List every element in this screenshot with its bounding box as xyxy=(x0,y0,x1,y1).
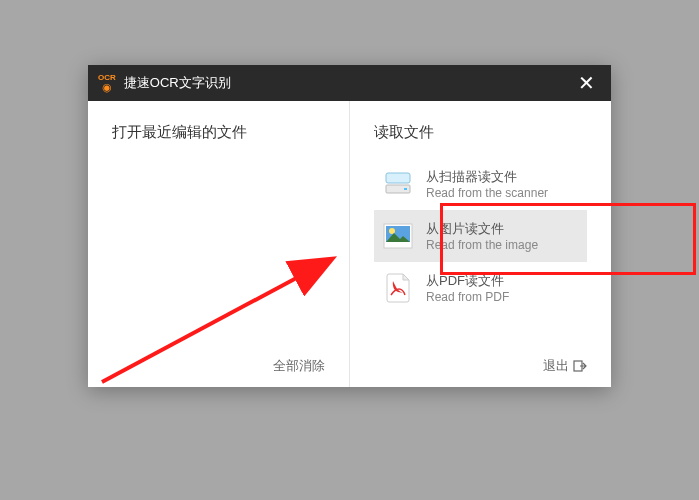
exit-label: 退出 xyxy=(543,357,569,375)
recent-files-panel: 打开最近编辑的文件 全部消除 xyxy=(88,101,350,387)
read-file-heading: 读取文件 xyxy=(374,123,587,142)
close-button[interactable]: ✕ xyxy=(571,71,601,95)
svg-rect-2 xyxy=(404,188,407,190)
clear-all-link[interactable]: 全部消除 xyxy=(112,357,325,375)
titlebar: OCR ◉ 捷速OCR文字识别 ✕ xyxy=(88,65,611,101)
read-scanner-en: Read from the scanner xyxy=(426,186,548,200)
read-file-panel: 读取文件 从扫描器读文件 Read from the scanner xyxy=(350,101,611,387)
app-logo: OCR ◉ xyxy=(98,74,116,93)
read-options: 从扫描器读文件 Read from the scanner xyxy=(374,158,587,357)
recent-files-list xyxy=(112,158,325,357)
eye-icon: ◉ xyxy=(102,82,112,93)
scanner-icon xyxy=(382,168,414,200)
recent-files-heading: 打开最近编辑的文件 xyxy=(112,123,325,142)
exit-link[interactable]: 退出 xyxy=(374,357,587,375)
read-image-en: Read from the image xyxy=(426,238,538,252)
dialog-body: 打开最近编辑的文件 全部消除 读取文件 从扫 xyxy=(88,101,611,387)
svg-rect-0 xyxy=(386,173,410,183)
exit-icon xyxy=(573,360,587,372)
window-title: 捷速OCR文字识别 xyxy=(124,74,571,92)
read-pdf-en: Read from PDF xyxy=(426,290,509,304)
read-pdf-option[interactable]: 从PDF读文件 Read from PDF xyxy=(374,262,587,314)
read-scanner-cn: 从扫描器读文件 xyxy=(426,168,548,186)
read-image-cn: 从图片读文件 xyxy=(426,220,538,238)
clear-all-label: 全部消除 xyxy=(273,357,325,375)
ocr-dialog: OCR ◉ 捷速OCR文字识别 ✕ 打开最近编辑的文件 全部消除 读取文件 xyxy=(88,65,611,387)
pdf-icon xyxy=(382,272,414,304)
image-icon xyxy=(382,220,414,252)
read-pdf-cn: 从PDF读文件 xyxy=(426,272,509,290)
read-image-option[interactable]: 从图片读文件 Read from the image xyxy=(374,210,587,262)
read-scanner-option[interactable]: 从扫描器读文件 Read from the scanner xyxy=(374,158,587,210)
